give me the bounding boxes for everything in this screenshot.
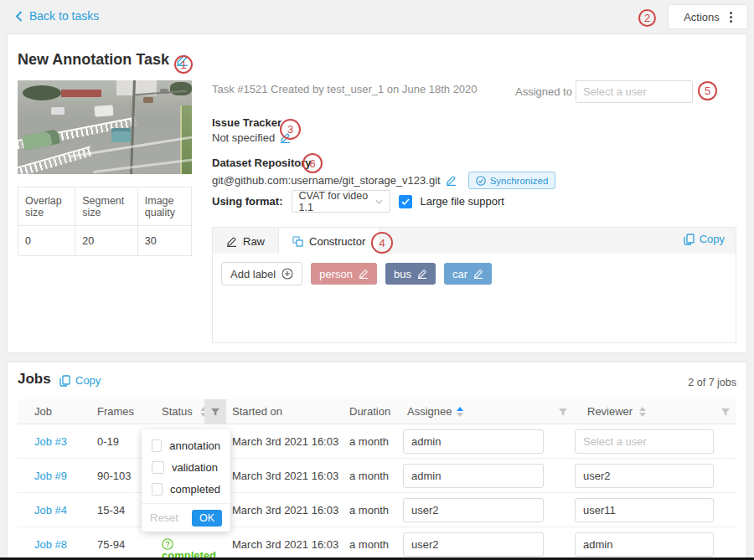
filter-checkbox[interactable]	[152, 439, 162, 452]
jobs-table-header: Job Frames Status Started on Duration As…	[18, 399, 736, 424]
annotation-circle-3: 3	[280, 119, 301, 140]
tab-raw[interactable]: Raw	[213, 228, 279, 254]
edit-repo-icon[interactable]	[446, 175, 457, 186]
filter-checkbox[interactable]	[152, 483, 163, 496]
job-started-on: March 3rd 2021 16:03	[232, 470, 338, 482]
col-started-on: Started on	[232, 405, 282, 418]
assigned-to-label: Assigned to	[515, 85, 572, 98]
job-frames: 90-103	[97, 470, 131, 482]
task-preview-image	[18, 80, 192, 174]
status-filter-option[interactable]: completed	[142, 478, 230, 500]
col-status: Status	[162, 405, 193, 418]
filter-option-label: completed	[170, 483, 220, 496]
job-link[interactable]: Job #8	[34, 538, 67, 551]
labels-tab-strip: Raw Constructor	[212, 227, 736, 254]
annotation-circle-4: 4	[371, 232, 393, 254]
job-status: completed	[162, 538, 173, 550]
chevron-down-icon	[375, 199, 383, 204]
status-filter-dropdown: annotation validation completed Reset OK	[142, 429, 230, 532]
assignee-input[interactable]	[403, 498, 544, 522]
jobs-title: Jobs	[18, 371, 51, 388]
edit-label-icon[interactable]	[359, 269, 369, 279]
edit-label-icon[interactable]	[473, 269, 483, 279]
thumb-van-white	[95, 105, 114, 117]
thumb-van-teal	[111, 128, 131, 142]
labels-copy-label: Copy	[700, 233, 725, 245]
thumb-fence	[18, 146, 93, 174]
filter-checkbox[interactable]	[152, 461, 164, 474]
plus-circle-icon	[281, 268, 293, 280]
filter-option-label: annotation	[169, 439, 220, 452]
dataset-repo-url[interactable]: git@github.com:username/git_storage_v123…	[212, 174, 441, 187]
thumb-car-green	[22, 129, 61, 152]
job-link[interactable]: Job #9	[34, 470, 67, 482]
reviewer-input[interactable]	[575, 429, 714, 454]
label-chip[interactable]: car	[444, 263, 492, 285]
assignee-sort-control[interactable]	[457, 407, 463, 417]
dataset-repo-row: git@github.com:username/git_storage_v123…	[212, 172, 555, 189]
labels-copy-button[interactable]: Copy	[684, 233, 725, 245]
large-file-support-label: Large file support	[421, 195, 504, 208]
label-chip[interactable]: bus	[385, 263, 436, 285]
status-filter-options: annotation validation completed	[142, 429, 230, 500]
param-header-quality: Image quality	[137, 188, 191, 226]
dataset-repo-label: Dataset Repository	[212, 157, 311, 169]
table-row: Job #4 15-34 March 3rd 2021 16:03 a mont…	[18, 493, 736, 527]
status-filter-option[interactable]: annotation	[142, 434, 230, 456]
format-row: Using format: CVAT for video 1.1 Large f…	[212, 190, 504, 213]
jobs-copy-label: Copy	[75, 374, 101, 387]
thumb-car-brown	[143, 97, 153, 103]
task-title-text: New Annotation Task	[18, 51, 169, 69]
check-icon	[401, 198, 410, 205]
job-duration: a month	[349, 470, 389, 482]
check-circle-icon	[476, 176, 486, 186]
status-filter-icon[interactable]	[204, 399, 226, 424]
job-duration: a month	[349, 504, 389, 516]
add-label-button[interactable]: Add label	[221, 262, 302, 285]
label-chip-name: person	[319, 268, 353, 280]
reviewer-filter-icon[interactable]	[715, 399, 736, 424]
edit-label-icon[interactable]	[417, 269, 427, 279]
job-link[interactable]: Job #4	[34, 504, 67, 516]
param-value-segment: 20	[75, 226, 138, 256]
filter-ok-button[interactable]: OK	[192, 510, 222, 527]
reviewer-sort-control[interactable]	[639, 407, 646, 417]
label-chips: Add label person bus car	[221, 262, 727, 285]
param-header-segment: Segment size	[75, 188, 138, 226]
annotation-circle-6: 6	[302, 153, 323, 173]
assigned-to-input[interactable]	[576, 80, 693, 103]
col-reviewer: Reviewer	[587, 405, 633, 418]
task-details-card: New Annotation Task 1	[7, 33, 747, 353]
export-format-select[interactable]: CVAT for video 1.1	[292, 190, 390, 213]
labels-constructor-panel: Add label person bus car	[212, 254, 736, 343]
annotation-circle-1: 1	[174, 55, 193, 74]
tab-raw-label: Raw	[243, 235, 265, 248]
page-title: New Annotation Task	[18, 51, 188, 69]
assignee-input[interactable]	[403, 532, 544, 557]
assignee-input[interactable]	[403, 429, 544, 454]
job-link[interactable]: Job #3	[34, 435, 67, 448]
actions-button[interactable]: Actions	[668, 4, 748, 29]
reviewer-input[interactable]	[575, 532, 714, 557]
add-label-text: Add label	[230, 268, 276, 280]
tab-constructor[interactable]: Constructor	[279, 228, 380, 255]
using-format-label: Using format:	[212, 195, 283, 208]
status-filter-option[interactable]: validation	[142, 456, 230, 478]
more-vertical-icon	[730, 12, 732, 23]
job-frames: 75-94	[97, 538, 125, 551]
assignee-filter-icon[interactable]	[552, 399, 574, 424]
reviewer-input[interactable]	[575, 464, 714, 488]
filter-reset-button[interactable]: Reset	[150, 511, 178, 524]
job-started-on: March 3rd 2021 16:03	[232, 538, 338, 551]
reviewer-input[interactable]	[575, 498, 714, 522]
task-meta-text: Task #1521 Created by test_user_1 on Jun…	[212, 83, 478, 95]
job-frames: 15-34	[97, 504, 125, 516]
label-chip[interactable]: person	[311, 263, 377, 285]
issue-tracker-value: Not specified	[212, 131, 291, 144]
assignee-input[interactable]	[403, 464, 544, 488]
question-circle-icon[interactable]	[162, 538, 173, 550]
job-frames: 0-19	[97, 435, 119, 448]
back-to-tasks-link[interactable]: Back to tasks	[15, 9, 99, 23]
col-job: Job	[34, 405, 52, 418]
large-file-support-checkbox[interactable]	[399, 195, 412, 208]
